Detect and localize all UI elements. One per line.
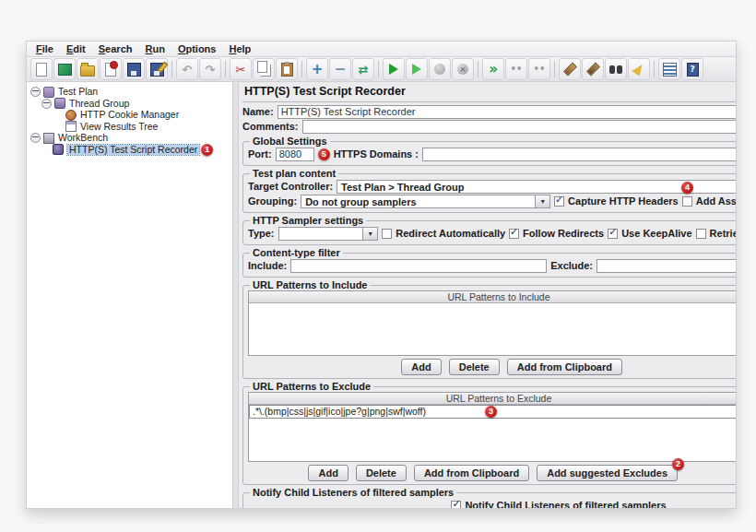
toolbar-new-file-button[interactable]	[30, 58, 53, 80]
filter-include-label: Include:	[248, 260, 287, 272]
toolbar-close-button[interactable]	[100, 58, 122, 80]
comments-label: Comments:	[242, 121, 299, 133]
name-label: Name:	[242, 106, 274, 118]
toggle-icon: ⇄	[359, 64, 369, 76]
url-patterns-exclude-group: URL Patterns to Exclude URL Patterns to …	[242, 382, 736, 485]
notify-child-listeners-label: Notify Child Listeners of filtered sampl…	[465, 500, 666, 508]
expand-handle-icon[interactable]	[30, 87, 41, 97]
add-assertions-checkbox[interactable]	[682, 196, 692, 207]
menu-edit[interactable]: Edit	[61, 42, 91, 55]
sampler-type-select[interactable]	[278, 227, 379, 241]
exclude-pattern-row[interactable]: .*\.(bmp|css|js|gif|ico|jpe?g|png|swf|wo…	[249, 405, 736, 419]
chevron-down-icon[interactable]	[362, 228, 377, 240]
toolbar-start-recording-button[interactable]: »	[482, 58, 504, 80]
toolbar-paste-button[interactable]	[276, 58, 298, 80]
toolbar-remote-stop-button[interactable]: ••	[528, 58, 550, 80]
tree-item-label: HTTP(S) Test Script Recorder	[67, 145, 199, 155]
comments-input[interactable]	[302, 120, 736, 134]
clear-icon	[563, 63, 577, 77]
workbench-icon	[43, 133, 54, 144]
menu-options[interactable]: Options	[172, 42, 222, 55]
retrieve-embedded-checkbox[interactable]	[696, 229, 706, 239]
toolbar-separator	[478, 61, 478, 77]
capture-http-headers-checkbox[interactable]	[554, 196, 564, 207]
toolbar-stop-button[interactable]	[429, 58, 451, 80]
content-type-filter-title: Content-type filter	[250, 248, 343, 258]
follow-redirects-checkbox[interactable]	[509, 229, 519, 239]
toolbar-cut-button[interactable]: ✂	[230, 58, 252, 80]
toolbar-search-reset-button[interactable]	[628, 58, 650, 80]
port-input[interactable]	[276, 148, 314, 161]
toolbar-function-helper-button[interactable]	[658, 58, 680, 80]
sampler-type-value	[279, 228, 363, 240]
menu-search[interactable]: Search	[93, 42, 138, 55]
grouping-value: Do not group samplers	[301, 195, 535, 207]
start-recording-icon: »	[489, 63, 498, 77]
toolbar-start-button[interactable]	[383, 58, 405, 80]
toolbar-shutdown-button[interactable]: ×	[452, 58, 474, 80]
paste-icon	[281, 63, 293, 77]
filter-exclude-input[interactable]	[597, 259, 736, 273]
toolbar-redo-button[interactable]: ↷	[199, 58, 221, 80]
thread-group-icon	[54, 98, 65, 109]
menu-file[interactable]: File	[30, 42, 59, 55]
include-add-from-clipboard-button[interactable]: Add from Clipboard	[507, 359, 622, 375]
tree-item-workbench[interactable]: WorkBench	[29, 133, 230, 144]
tree-item-http-cookie-manager[interactable]: HTTP Cookie Manager	[29, 110, 230, 121]
tree-item-thread-group[interactable]: Thread Group	[29, 99, 230, 110]
expand-handle-icon[interactable]	[41, 99, 52, 109]
redirect-automatically-checkbox[interactable]	[382, 229, 392, 239]
toolbar-copy-button[interactable]	[253, 58, 275, 80]
tree-item-http-test-script-recorder[interactable]: HTTP(S) Test Script Recorder 1	[29, 145, 230, 156]
include-add-button[interactable]: Add	[401, 359, 441, 375]
annotation-badge-5: 5	[318, 148, 330, 160]
target-controller-select[interactable]: Test Plan > Thread Group 4	[337, 180, 736, 194]
notify-child-listeners-group: Notify Child Listeners of filtered sampl…	[242, 488, 736, 508]
start-icon	[389, 64, 398, 75]
https-domains-input[interactable]	[422, 148, 736, 161]
toolbar-search-button[interactable]	[605, 58, 627, 80]
tree-item-view-results-tree[interactable]: View Results Tree	[29, 122, 230, 133]
add-suggested-excludes-button[interactable]: Add suggested Excludes	[537, 465, 678, 481]
toolbar-separator	[301, 61, 302, 77]
toolbar-clear-all-button[interactable]	[582, 58, 604, 80]
page-title: HTTP(S) Test Script Recorder	[242, 84, 736, 100]
toolbar-undo-button[interactable]: ↶	[176, 58, 198, 80]
toolbar-help-button[interactable]: ?	[681, 58, 703, 80]
include-delete-button[interactable]: Delete	[449, 359, 500, 375]
toolbar-start-no-pauses-button[interactable]	[406, 58, 428, 80]
toolbar-templates-button[interactable]	[53, 58, 76, 80]
chevron-down-icon[interactable]	[535, 195, 549, 207]
toolbar-clear-button[interactable]	[559, 58, 581, 80]
use-keepalive-checkbox[interactable]	[608, 229, 618, 239]
filter-include-input[interactable]	[290, 259, 547, 273]
test-plan-content-group: Test plan content Target Controller: Tes…	[242, 169, 736, 213]
annotation-badge-4: 4	[681, 182, 693, 194]
toolbar-remote-start-button[interactable]: ••	[505, 58, 527, 80]
toolbar-save-button[interactable]	[123, 58, 145, 80]
exclude-table-body[interactable]	[249, 419, 736, 461]
exclude-delete-button[interactable]: Delete	[356, 465, 407, 481]
tree-item-label: View Results Tree	[80, 122, 158, 132]
search-icon	[609, 65, 615, 74]
menu-help[interactable]: Help	[223, 42, 256, 55]
expand-handle-icon[interactable]	[30, 133, 41, 143]
toolbar-save-as-button[interactable]	[146, 58, 168, 80]
menu-bar: File Edit Search Run Options Help	[27, 41, 736, 57]
toolbar-toggle-button[interactable]: ⇄	[352, 58, 374, 80]
exclude-add-button[interactable]: Add	[308, 465, 348, 481]
toolbar-expand-all-button[interactable]: +	[306, 58, 328, 80]
notify-child-listeners-checkbox[interactable]	[451, 501, 461, 508]
grouping-label: Grouping:	[248, 195, 297, 207]
tree-item-label: WorkBench	[58, 133, 108, 143]
grouping-select[interactable]: Do not group samplers	[301, 195, 550, 208]
tree-item-test-plan[interactable]: Test Plan	[29, 87, 230, 98]
include-table-body[interactable]	[249, 303, 736, 355]
exclude-add-from-clipboard-button[interactable]: Add from Clipboard	[414, 465, 529, 481]
toolbar-open-button[interactable]	[77, 58, 99, 80]
name-input[interactable]	[278, 105, 736, 119]
test-plan-tree: Test Plan Thread Group HTTP Cookie Manag…	[27, 82, 233, 508]
toolbar-collapse-all-button[interactable]: −	[329, 58, 351, 80]
toolbar-separator	[171, 61, 172, 77]
menu-run[interactable]: Run	[139, 42, 170, 55]
